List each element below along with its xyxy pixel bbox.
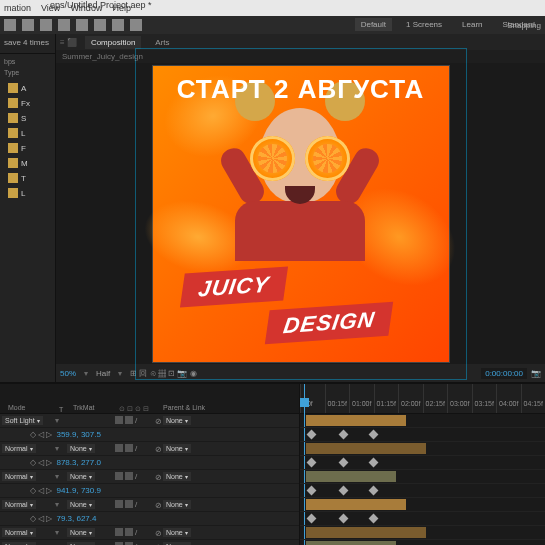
folder-item[interactable]: L <box>2 186 53 200</box>
layer-row[interactable]: Normal ▾ None / ⊘ None <box>0 540 299 545</box>
switch-icon[interactable] <box>125 500 133 508</box>
text-tool-icon[interactable] <box>130 19 142 31</box>
property-track[interactable] <box>300 484 545 498</box>
blend-mode-dropdown[interactable]: Normal <box>2 472 36 481</box>
parent-dropdown[interactable]: None <box>163 528 191 537</box>
parent-dropdown[interactable]: None <box>163 500 191 509</box>
layer-clip[interactable] <box>306 499 406 510</box>
keyframe[interactable] <box>307 458 317 468</box>
zoom-dropdown[interactable]: 50% <box>60 369 76 378</box>
composition-canvas[interactable]: JUICY DESIGN <box>153 66 449 362</box>
blend-mode-dropdown[interactable]: Soft Light <box>2 416 43 425</box>
keyframe[interactable] <box>369 514 379 524</box>
switch-icon[interactable] <box>125 472 133 480</box>
switch-icon[interactable] <box>115 500 123 508</box>
folder-item[interactable]: T <box>2 171 53 185</box>
link-icon[interactable]: ⊘ <box>155 417 163 425</box>
tab-composition[interactable]: Composition <box>85 36 141 49</box>
keyframe[interactable] <box>369 458 379 468</box>
layer-row[interactable]: Normal ▾ None / ⊘ None <box>0 498 299 512</box>
layer-row[interactable]: Normal ▾ None / ⊘ None <box>0 470 299 484</box>
link-icon[interactable]: ⊘ <box>155 445 163 453</box>
workspace-standard[interactable]: Standard <box>497 18 541 31</box>
menu-mation[interactable]: mation <box>4 3 31 13</box>
property-row[interactable]: ◇ ◁ ▷878.3, 277.0 <box>0 456 299 470</box>
folder-item[interactable]: A <box>2 81 53 95</box>
layer-row[interactable]: Normal ▾ None / ⊘ None <box>0 442 299 456</box>
layer-list[interactable]: Soft Light ▾ / ⊘ None ◇ ◁ ▷359.9, 307.5 … <box>0 414 299 545</box>
keyframe[interactable] <box>369 430 379 440</box>
track-row[interactable] <box>300 540 545 545</box>
property-row[interactable]: ◇ ◁ ▷79.3, 627.4 <box>0 512 299 526</box>
link-icon[interactable]: ⊘ <box>155 501 163 509</box>
switch-icon[interactable] <box>115 444 123 452</box>
tab-arts[interactable]: Arts <box>149 36 175 49</box>
folder-item[interactable]: F <box>2 141 53 155</box>
track-row[interactable] <box>300 498 545 512</box>
property-track[interactable] <box>300 512 545 526</box>
folder-item[interactable]: Fx <box>2 96 53 110</box>
folder-item[interactable]: L <box>2 126 53 140</box>
trkmat-dropdown[interactable]: None <box>67 528 95 537</box>
track-row[interactable] <box>300 526 545 540</box>
col-mode[interactable]: Mode <box>4 402 59 413</box>
camera-icon[interactable]: 📷 <box>531 369 541 378</box>
property-row[interactable]: ◇ ◁ ▷359.9, 307.5 <box>0 428 299 442</box>
current-time[interactable]: 0:00:00:00 <box>481 368 527 379</box>
blend-mode-dropdown[interactable]: Normal <box>2 500 36 509</box>
layer-clip[interactable] <box>306 443 426 454</box>
folder-item[interactable]: M <box>2 156 53 170</box>
layer-clip[interactable] <box>306 471 396 482</box>
link-icon[interactable]: ⊘ <box>155 529 163 537</box>
property-value[interactable]: 79.3, 627.4 <box>56 514 96 523</box>
track-row[interactable] <box>300 414 545 428</box>
layer-row[interactable]: Soft Light ▾ / ⊘ None <box>0 414 299 428</box>
selection-tool-icon[interactable] <box>22 19 34 31</box>
blend-mode-dropdown[interactable]: Normal <box>2 528 36 537</box>
folder-item[interactable]: S <box>2 111 53 125</box>
switch-icon[interactable] <box>125 444 133 452</box>
parent-dropdown[interactable]: None <box>163 472 191 481</box>
layer-row[interactable]: Normal ▾ None / ⊘ None <box>0 526 299 540</box>
timeline-ruler[interactable]: 00f00:15f01:00f01:15f02:00f02:15f03:00f0… <box>300 384 545 414</box>
layer-clip[interactable] <box>306 527 426 538</box>
workspace-screens[interactable]: 1 Screens <box>400 18 448 31</box>
keyframe[interactable] <box>307 430 317 440</box>
keyframe[interactable] <box>339 430 349 440</box>
switch-icon[interactable] <box>115 416 123 424</box>
switch-icon[interactable] <box>115 472 123 480</box>
track-row[interactable] <box>300 470 545 484</box>
property-track[interactable] <box>300 456 545 470</box>
hand-tool-icon[interactable] <box>40 19 52 31</box>
parent-dropdown[interactable]: None <box>163 416 191 425</box>
keyframe[interactable] <box>307 486 317 496</box>
keyframe[interactable] <box>339 458 349 468</box>
property-value[interactable]: 878.3, 277.0 <box>56 458 100 467</box>
project-tree[interactable]: A Fx S L F M T L <box>0 78 55 203</box>
rotate-tool-icon[interactable] <box>76 19 88 31</box>
switch-icon[interactable] <box>115 528 123 536</box>
blend-mode-dropdown[interactable]: Normal <box>2 444 36 453</box>
switch-icon[interactable] <box>125 416 133 424</box>
workspace-default[interactable]: Default <box>355 18 392 31</box>
switch-icon[interactable] <box>125 528 133 536</box>
layer-clip[interactable] <box>306 541 396 545</box>
property-value[interactable]: 359.9, 307.5 <box>56 430 100 439</box>
trkmat-dropdown[interactable]: None <box>67 500 95 509</box>
pan-tool-icon[interactable] <box>112 19 124 31</box>
quality-dropdown[interactable]: Half <box>96 369 110 378</box>
keyframe[interactable] <box>339 514 349 524</box>
composition-viewport[interactable]: JUICY DESIGN <box>56 63 545 364</box>
zoom-tool-icon[interactable] <box>58 19 70 31</box>
property-row[interactable]: ◇ ◁ ▷941.9, 730.9 <box>0 484 299 498</box>
keyframe[interactable] <box>369 486 379 496</box>
camera-tool-icon[interactable] <box>94 19 106 31</box>
keyframe[interactable] <box>307 514 317 524</box>
trkmat-dropdown[interactable]: None <box>67 444 95 453</box>
layer-clip[interactable] <box>306 415 406 426</box>
track-row[interactable] <box>300 442 545 456</box>
parent-dropdown[interactable]: None <box>163 444 191 453</box>
keyframe[interactable] <box>339 486 349 496</box>
property-track[interactable] <box>300 428 545 442</box>
link-icon[interactable]: ⊘ <box>155 473 163 481</box>
